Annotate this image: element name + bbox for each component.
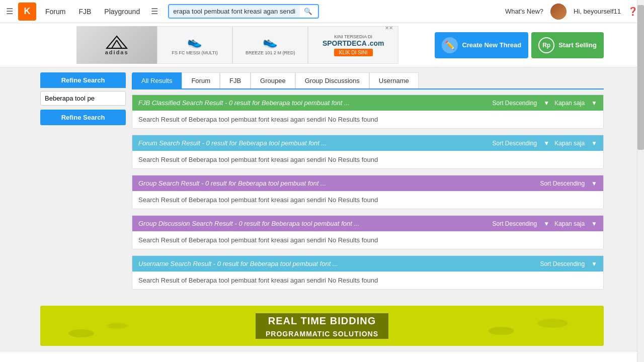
group-discussion-result-section: Group Discussion Search Result - 0 resul… — [132, 215, 604, 249]
footer-ad-line1: REAL TIME BIDDING — [256, 313, 388, 329]
svg-point-4 — [68, 329, 94, 337]
fjb-result-body: Search Result of Beberapa tool pembuat f… — [132, 111, 603, 128]
sidebar-refine-button[interactable]: Refine Search — [40, 110, 126, 125]
forum-kapan-arrow: ▼ — [591, 140, 597, 147]
group-discussion-kapan-arrow: ▼ — [591, 220, 597, 227]
tab-fjb[interactable]: FJB — [220, 72, 251, 88]
forum-sort-controls: Sort Descending ▼ Kapan saja ▼ — [492, 140, 597, 147]
sidebar: Refine Search Refine Search — [40, 72, 126, 296]
pencil-icon: ✏️ — [442, 37, 458, 53]
tab-groupee[interactable]: Groupee — [251, 72, 295, 88]
svg-marker-0 — [107, 36, 127, 48]
footer-ad-text: REAL TIME BIDDING PROGRAMMATIC SOLUTIONS — [256, 313, 388, 339]
search-button[interactable]: 🔍 — [300, 5, 316, 18]
sidebar-search-input[interactable] — [40, 91, 126, 106]
shoe2-emoji: 👟 — [263, 35, 278, 49]
search-bar: 🔍 — [168, 4, 319, 19]
adidas-ad: adidas — [76, 26, 157, 64]
group-discussion-result-body: Search Result of Beberapa tool pembuat f… — [132, 231, 603, 249]
more-nav-icon[interactable]: ☰ — [151, 7, 158, 16]
footer-ad: REAL TIME BIDDING PROGRAMMATIC SOLUTIONS — [40, 306, 604, 346]
forum-sort-descending[interactable]: Sort Descending — [492, 140, 537, 147]
refine-search-header: Refine Search — [40, 72, 126, 88]
sportdeca-cta-button[interactable]: KLIK DI SINI — [334, 49, 373, 56]
username-result-body: Search Result of Beberapa tool pembuat f… — [132, 272, 603, 289]
shoe1-emoji: 👟 — [187, 35, 202, 49]
username-sort-controls: Sort Descending ▼ — [540, 260, 597, 267]
fjb-result-header: FJB Classified Search Result - 0 result … — [132, 95, 603, 111]
search-input[interactable] — [169, 5, 300, 18]
username-sort-arrow: ▼ — [591, 260, 597, 267]
shoe1-label: FS FC MESSI (MULTI) — [172, 50, 218, 55]
logo-text: K — [24, 6, 31, 17]
fjb-sort-arrow: ▼ — [543, 100, 549, 107]
svg-point-5 — [107, 323, 127, 329]
group-discussion-sort-controls: Sort Descending ▼ Kapan saja ▼ — [492, 220, 597, 227]
create-new-thread-button[interactable]: ✏️ Create New Thread — [435, 32, 528, 58]
group-result-title: Group Search Result - 0 result for Beber… — [138, 179, 326, 187]
svg-point-7 — [537, 319, 568, 328]
scrollbar[interactable] — [637, 0, 644, 362]
logo[interactable]: K — [18, 3, 36, 21]
nav-playground[interactable]: Playground — [100, 8, 144, 16]
sportdeca-kini: KINI TERSEDIA DI — [334, 34, 372, 39]
ad-section: adidas 👟 FS FC MESSI (MULTI) 👟 BREEZE 10… — [0, 23, 644, 67]
create-new-thread-label: Create New Thread — [462, 41, 521, 49]
ad-close-icon[interactable]: ✕✕ — [385, 25, 393, 31]
tab-forum[interactable]: Forum — [182, 72, 220, 88]
header-right: What's New? Hi, beyourself11 ❓ — [505, 4, 638, 20]
header: ☰ K Forum FJB Playground ☰ 🔍 What's New?… — [0, 0, 644, 23]
username-result-title: Username Search Result - 0 result for Be… — [138, 260, 338, 267]
tab-username[interactable]: Username — [369, 72, 419, 88]
fjb-sort-descending[interactable]: Sort Descending — [492, 100, 537, 107]
group-discussion-sort-descending[interactable]: Sort Descending — [492, 220, 537, 227]
rp-icon: Rp — [538, 37, 554, 53]
forum-kapan-saja[interactable]: Kapan saja — [554, 140, 585, 147]
hamburger-menu-icon[interactable]: ☰ — [6, 7, 13, 16]
sportdeca-ad: ✕✕ KINI TERSEDIA DI SPORTDECA .com KLIK … — [308, 26, 398, 64]
fjb-kapan-arrow: ▼ — [591, 100, 597, 107]
footer-ad-box: REAL TIME BIDDING PROGRAMMATIC SOLUTIONS — [40, 306, 604, 346]
avatar[interactable] — [550, 4, 567, 20]
tabs: All Results Forum FJB Groupee Group Disc… — [132, 72, 604, 89]
forum-result-body: Search Result of Beberapa tool pembuat f… — [132, 151, 603, 168]
adidas-logo-svg — [104, 35, 129, 49]
username-result-section: Username Search Result - 0 result for Be… — [132, 255, 604, 290]
group-result-header: Group Search Result - 0 result for Beber… — [132, 175, 603, 191]
group-discussion-sort-arrow: ▼ — [543, 220, 549, 227]
fjb-kapan-saja[interactable]: Kapan saja — [554, 100, 585, 107]
shoe2-ad: 👟 BREEZE 101 2 M (RED) — [232, 26, 308, 64]
adidas-name: adidas — [105, 49, 129, 55]
fjb-result-section: FJB Classified Search Result - 0 result … — [132, 95, 604, 129]
svg-point-6 — [489, 327, 514, 335]
scrollbar-thumb[interactable] — [637, 5, 644, 150]
help-icon[interactable]: ❓ — [628, 7, 638, 16]
whats-new-link[interactable]: What's New? — [505, 8, 543, 15]
group-sort-descending[interactable]: Sort Descending — [540, 180, 585, 187]
fjb-result-title: FJB Classified Search Result - 0 result … — [138, 99, 350, 107]
fjb-sort-controls: Sort Descending ▼ Kapan saja ▼ — [492, 100, 597, 107]
sportdeca-dotcom: .com — [368, 39, 384, 47]
tab-all-results[interactable]: All Results — [132, 72, 182, 88]
forum-result-section: Forum Search Result - 0 result for Beber… — [132, 135, 604, 169]
tab-group-discussions[interactable]: Group Discussions — [295, 72, 369, 88]
group-result-section: Group Search Result - 0 result for Beber… — [132, 175, 604, 209]
sportdeca-name: SPORTDECA — [323, 39, 367, 47]
shoe1-ad: 👟 FS FC MESSI (MULTI) — [157, 26, 232, 64]
footer-ad-line2: PROGRAMMATIC SOLUTIONS — [256, 329, 388, 339]
user-name: Hi, beyourself11 — [574, 8, 621, 15]
footer: Navigation Home Forum Jual Beli Company … — [0, 351, 644, 362]
main-content: Refine Search Refine Search All Results … — [0, 67, 644, 301]
nav-fjb[interactable]: FJB — [74, 8, 95, 16]
start-selling-label: Start Selling — [558, 41, 597, 49]
group-sort-controls: Sort Descending ▼ — [540, 180, 597, 187]
username-result-header: Username Search Result - 0 result for Be… — [132, 256, 603, 272]
group-sort-arrow: ▼ — [591, 180, 597, 187]
group-discussion-kapan-saja[interactable]: Kapan saja — [554, 220, 585, 227]
username-sort-descending[interactable]: Sort Descending — [540, 260, 585, 267]
nav-forum[interactable]: Forum — [41, 8, 69, 16]
forum-result-title: Forum Search Result - 0 result for Beber… — [138, 139, 327, 147]
search-results: All Results Forum FJB Groupee Group Disc… — [132, 72, 604, 296]
start-selling-button[interactable]: Rp Start Selling — [531, 32, 604, 58]
group-result-body: Search Result of Beberapa tool pembuat f… — [132, 191, 603, 209]
